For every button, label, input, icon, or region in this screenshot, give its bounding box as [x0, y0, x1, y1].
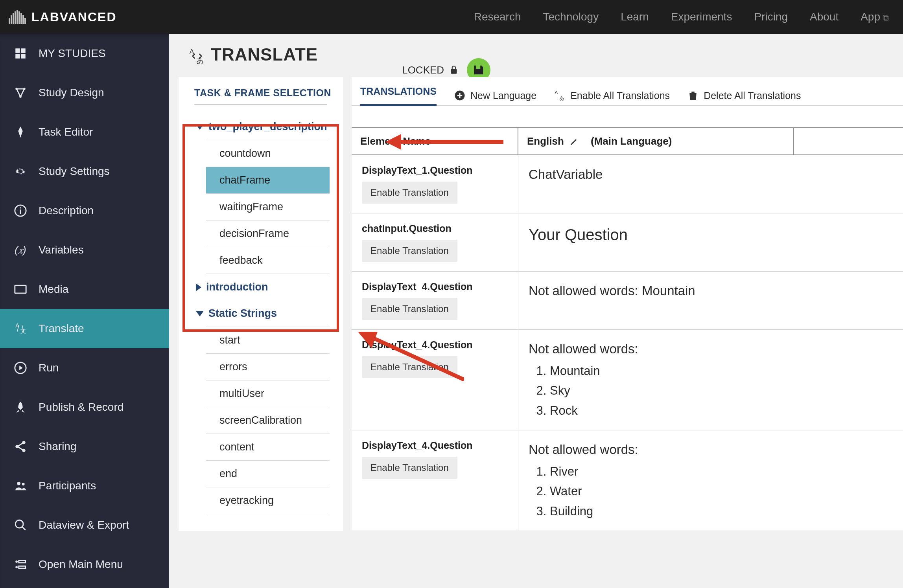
tab-translations[interactable]: TRANSLATIONS [360, 86, 437, 106]
locked-label: LOCKED [402, 64, 444, 76]
enable-translation-button[interactable]: Enable Translation [362, 182, 457, 204]
nav-technology[interactable]: Technology [543, 11, 599, 23]
nav-about[interactable]: About [810, 11, 838, 23]
tree-leaf[interactable]: start [206, 327, 330, 354]
info-icon [13, 204, 28, 218]
share-icon [13, 439, 28, 454]
sidebar-item-label: Publish & Record [39, 401, 123, 413]
enable-all-button[interactable]: Aあ Enable All Translations [554, 90, 670, 101]
col-language[interactable]: English (Main Language) [518, 128, 794, 154]
people-icon [13, 479, 28, 493]
tree-leaf[interactable]: feedback [206, 247, 330, 274]
sidebar-item-my-studies[interactable]: MY STUDIES [0, 34, 169, 73]
tree-node-introduction: introduction [192, 274, 330, 300]
col-element-name: Element Name [352, 128, 518, 154]
svg-rect-13 [20, 209, 21, 214]
enable-translation-button[interactable]: Enable Translation [362, 240, 457, 262]
studies-icon [13, 46, 28, 61]
sidebar-item-variables[interactable]: (𝑥) Variables [0, 230, 169, 270]
cell-translation[interactable]: Your Question [518, 213, 903, 271]
tree-leaf[interactable]: eyetracking [206, 487, 330, 514]
translations-toolbar: TRANSLATIONS New Language Aあ Enable All … [352, 77, 903, 106]
brand[interactable]: LABVANCED [9, 10, 117, 24]
svg-rect-4 [17, 10, 18, 24]
new-language-button[interactable]: New Language [454, 90, 536, 101]
translations-grid: Element Name English (Main Language) Dis… [352, 127, 903, 531]
tree-leaf[interactable]: errors [206, 354, 330, 380]
tree-leaf[interactable]: content [206, 434, 330, 461]
sidebar-item-label: Media [39, 283, 68, 296]
tree-leaf[interactable]: decisionFrame [206, 220, 330, 247]
svg-rect-8 [24, 18, 26, 24]
sidebar-item-translate[interactable]: A文 Translate [0, 309, 169, 348]
sidebar-item-study-design[interactable]: Study Design [0, 73, 169, 112]
sidebar-item-dataview[interactable]: Dataview & Export [0, 505, 169, 545]
sidebar-item-label: Translate [39, 322, 84, 335]
pen-icon [13, 125, 28, 139]
col-language-label: English [527, 135, 564, 147]
enable-translation-button[interactable]: Enable Translation [362, 298, 457, 320]
sidebar-item-label: Task Editor [39, 126, 93, 138]
cell-element: DisplayText_1.QuestionEnable Translation [352, 155, 518, 213]
sidebar-item-run[interactable]: Run [0, 348, 169, 388]
cell-translation[interactable]: Not allowed words: Mountain [518, 272, 903, 329]
sidebar-item-main-menu[interactable]: Open Main Menu [0, 545, 169, 584]
var-icon: (𝑥) [13, 243, 28, 257]
menu-icon [13, 557, 28, 571]
action-label: Delete All Translations [704, 90, 801, 101]
cell-element: DisplayText_4.QuestionEnable Translation [352, 272, 518, 329]
play-icon [13, 361, 28, 375]
enable-translation-button[interactable]: Enable Translation [362, 457, 457, 479]
cell-element: DisplayText_4.QuestionEnable Translation [352, 330, 518, 430]
sidebar-item-label: Participants [39, 480, 96, 492]
tree-node-header[interactable]: introduction [192, 274, 330, 300]
tree-leaf[interactable]: end [206, 461, 330, 487]
delete-all-button[interactable]: Delete All Translations [687, 90, 801, 101]
brain-icon [9, 10, 26, 24]
sidebar-item-label: Study Design [39, 86, 104, 99]
svg-point-22 [17, 482, 21, 485]
tree-node-header[interactable]: two_player_description [192, 114, 330, 140]
tree-node-static-strings: Static Strings start errors multiUser sc… [192, 300, 330, 514]
translate-icon: A文 [13, 322, 28, 336]
cell-translation[interactable]: Not allowed words:MountainSkyRock [518, 330, 903, 430]
tree-leaf[interactable]: multiUser [206, 380, 330, 407]
svg-point-23 [22, 483, 25, 485]
task-tree: two_player_description countdown chatFra… [179, 114, 343, 514]
tree-leaf[interactable]: waitingFrame [206, 194, 330, 220]
sidebar-item-publish[interactable]: Publish & Record [0, 388, 169, 427]
nav-learn[interactable]: Learn [621, 11, 649, 23]
grid-row: DisplayText_4.QuestionEnable Translation… [352, 330, 903, 430]
sidebar-item-task-editor[interactable]: Task Editor [0, 112, 169, 152]
nav-experiments[interactable]: Experiments [671, 11, 732, 23]
tree-node-label: Static Strings [208, 307, 277, 320]
element-name-text: DisplayText_4.Question [362, 339, 508, 351]
nav-research[interactable]: Research [474, 11, 521, 23]
svg-rect-29 [451, 69, 457, 74]
tree-leaf[interactable]: chatFrame [206, 167, 330, 194]
tree-leaf[interactable]: countdown [206, 140, 330, 167]
nav-pricing[interactable]: Pricing [754, 11, 788, 23]
cell-translation[interactable]: ChatVariable [518, 155, 903, 213]
nav-app[interactable]: App⧉ [861, 11, 889, 23]
translate-icon: Aあ [554, 90, 566, 101]
sidebar-item-description[interactable]: Description [0, 191, 169, 230]
svg-rect-1 [11, 15, 12, 24]
sidebar-item-sharing[interactable]: Sharing [0, 427, 169, 466]
grid-header: Element Name English (Main Language) [352, 128, 903, 155]
sidebar-item-participants[interactable]: Participants [0, 466, 169, 505]
sidebar-item-label: Open Main Menu [39, 558, 123, 571]
rocket-icon [13, 400, 28, 414]
sidebar-item-media[interactable]: Media [0, 270, 169, 309]
sidebar-item-label: Dataview & Export [39, 519, 129, 531]
tree-leaf[interactable]: screenCalibration [206, 407, 330, 434]
tree-node-header[interactable]: Static Strings [192, 300, 330, 327]
pencil-icon [569, 137, 579, 146]
external-link-icon: ⧉ [883, 13, 889, 22]
translations-panel: TRANSLATIONS New Language Aあ Enable All … [352, 77, 903, 531]
design-icon [13, 86, 28, 100]
enable-translation-button[interactable]: Enable Translation [362, 356, 457, 378]
element-name-text: DisplayText_4.Question [362, 440, 508, 451]
sidebar-item-study-settings[interactable]: Study Settings [0, 152, 169, 191]
cell-translation[interactable]: Not allowed words:RiverWaterBuilding [518, 430, 903, 531]
